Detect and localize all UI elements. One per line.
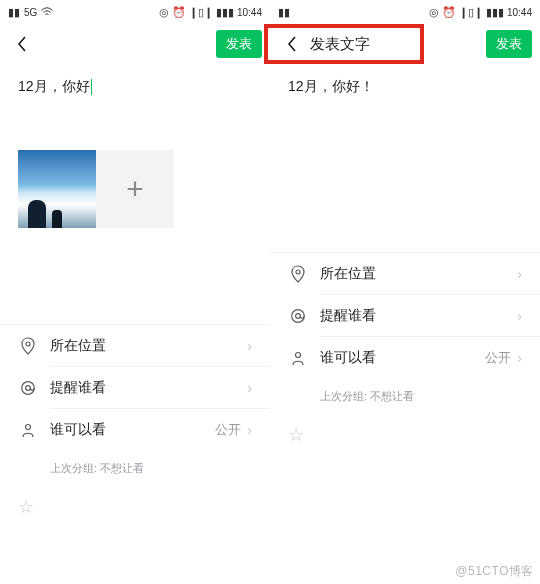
- signal-icon: ▮▮: [278, 7, 290, 18]
- options-list: 所在位置 › 提醒谁看 › 谁可以看 公开 ›: [270, 252, 540, 379]
- svg-point-0: [26, 342, 30, 346]
- eye-off-icon: ◎: [429, 7, 439, 18]
- battery-icon: ▮▮▮: [486, 7, 504, 18]
- chevron-right-icon: ›: [247, 422, 252, 438]
- option-visibility[interactable]: 谁可以看 公开 ›: [270, 337, 540, 379]
- eye-off-icon: ◎: [159, 7, 169, 18]
- option-visibility[interactable]: 谁可以看 公开 ›: [0, 409, 270, 451]
- svg-point-2: [26, 386, 31, 391]
- option-label: 谁可以看: [50, 421, 215, 439]
- signal-icon: ▮▮: [8, 7, 20, 18]
- chevron-right-icon: ›: [247, 338, 252, 354]
- page-title: 发表文字: [310, 35, 370, 54]
- svg-point-5: [292, 310, 305, 323]
- chevron-right-icon: ›: [247, 380, 252, 396]
- option-value: 公开: [485, 349, 511, 367]
- chevron-right-icon: ›: [517, 308, 522, 324]
- text-cursor: [91, 79, 92, 95]
- svg-point-6: [296, 314, 301, 319]
- top-bar: 发表文字 发表: [270, 24, 540, 64]
- option-location[interactable]: 所在位置 ›: [0, 325, 270, 367]
- chevron-right-icon: ›: [517, 266, 522, 282]
- publish-button[interactable]: 发表: [216, 30, 262, 58]
- chevron-right-icon: ›: [517, 350, 522, 366]
- location-icon: [288, 264, 308, 284]
- option-mention[interactable]: 提醒谁看 ›: [270, 295, 540, 337]
- last-group-hint: 上次分组: 不想让看: [270, 379, 540, 414]
- watermark: @51CTO博客: [455, 563, 534, 580]
- compose-text: 12月，你好！: [288, 78, 374, 96]
- alarm-icon: ⏰: [172, 7, 186, 18]
- svg-point-4: [296, 270, 300, 274]
- favorite-star[interactable]: ☆: [270, 414, 540, 456]
- option-label: 所在位置: [320, 265, 517, 283]
- options-list: 所在位置 › 提醒谁看 › 谁可以看 公开 ›: [0, 324, 270, 451]
- option-label: 所在位置: [50, 337, 247, 355]
- svg-point-7: [296, 353, 301, 358]
- mention-icon: [18, 378, 38, 398]
- svg-point-3: [26, 425, 31, 430]
- person-icon: [288, 348, 308, 368]
- vibrate-icon: ❙▯❙: [459, 7, 483, 18]
- publish-button[interactable]: 发表: [486, 30, 532, 58]
- signal-label: 5G: [24, 7, 37, 18]
- svg-point-1: [22, 382, 35, 395]
- mention-icon: [288, 306, 308, 326]
- status-time: 10:44: [507, 7, 532, 18]
- compose-area[interactable]: 12月，你好: [0, 64, 270, 124]
- media-row: +: [0, 124, 270, 236]
- compose-text: 12月，你好: [18, 78, 90, 96]
- phone-left: ▮▮ 5G ◎ ⏰ ❙▯❙ ▮▮▮ 10:44 发表: [0, 0, 270, 584]
- compose-area[interactable]: 12月，你好！: [270, 64, 540, 124]
- option-location[interactable]: 所在位置 ›: [270, 253, 540, 295]
- location-icon: [18, 336, 38, 356]
- back-button[interactable]: [12, 34, 32, 54]
- phone-right: ▮▮ ◎ ⏰ ❙▯❙ ▮▮▮ 10:44 发表文字 发表 12月，你好！: [270, 0, 540, 584]
- person-icon: [18, 420, 38, 440]
- add-media-button[interactable]: +: [96, 150, 174, 228]
- back-button[interactable]: [282, 34, 302, 54]
- wifi-icon: [41, 7, 53, 17]
- option-value: 公开: [215, 421, 241, 439]
- alarm-icon: ⏰: [442, 7, 456, 18]
- option-label: 提醒谁看: [50, 379, 247, 397]
- status-time: 10:44: [237, 7, 262, 18]
- last-group-hint: 上次分组: 不想让看: [0, 451, 270, 486]
- media-thumbnail[interactable]: [18, 150, 96, 228]
- status-bar: ▮▮ ◎ ⏰ ❙▯❙ ▮▮▮ 10:44: [270, 0, 540, 24]
- top-bar: 发表: [0, 24, 270, 64]
- option-label: 提醒谁看: [320, 307, 517, 325]
- battery-icon: ▮▮▮: [216, 7, 234, 18]
- favorite-star[interactable]: ☆: [0, 486, 270, 528]
- status-bar: ▮▮ 5G ◎ ⏰ ❙▯❙ ▮▮▮ 10:44: [0, 0, 270, 24]
- option-label: 谁可以看: [320, 349, 485, 367]
- option-mention[interactable]: 提醒谁看 ›: [0, 367, 270, 409]
- vibrate-icon: ❙▯❙: [189, 7, 213, 18]
